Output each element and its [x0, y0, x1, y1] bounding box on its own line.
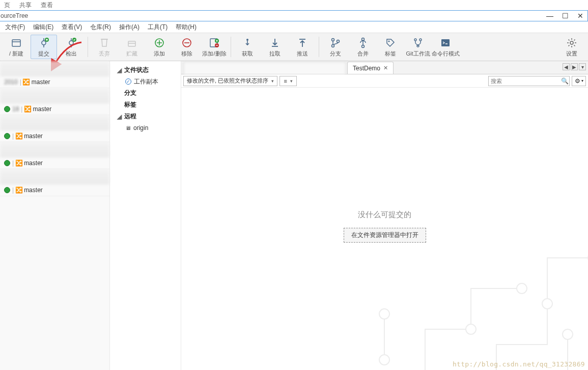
terminal-button[interactable]: 命令行模式 [432, 35, 459, 59]
svg-point-18 [414, 39, 416, 41]
repo-item[interactable]: 2010|🔀master [0, 76, 109, 88]
merge-button[interactable]: 合并 [350, 35, 376, 59]
svg-rect-21 [441, 39, 450, 46]
tree-working-copy[interactable]: ✓工作副本 [110, 76, 181, 87]
empty-message: 没什么可提交的 [344, 210, 426, 220]
new-button[interactable]: / 新建 [3, 35, 30, 59]
tag-button[interactable]: 标签 [377, 35, 404, 59]
tab-menu-icon[interactable]: ▾ [579, 63, 586, 70]
svg-point-15 [362, 38, 365, 40]
filter-dropdown[interactable]: 修改的文件, 已依照文件状态排序 ▾ [183, 76, 277, 86]
add-remove-button[interactable]: 添加/删除 [201, 35, 228, 59]
empty-state: 没什么可提交的 在文件资源管理器中打开 [344, 210, 426, 243]
close-button[interactable]: ✕ [576, 12, 584, 20]
filter-label: 修改的文件, 已依照文件状态排序 [187, 77, 268, 85]
search-box[interactable]: 🔍 [488, 76, 570, 86]
status-dot-icon [4, 160, 10, 166]
commit-icon [38, 37, 50, 49]
settings-button[interactable]: 设置 [558, 35, 585, 59]
branch-button[interactable]: 分支 [322, 35, 349, 59]
tree-origin[interactable]: 🖥origin [110, 122, 181, 134]
remove-button[interactable]: 移除 [174, 35, 200, 59]
menu-file[interactable]: 文件(F) [5, 23, 25, 32]
discard-button[interactable]: 丢弃 [91, 35, 118, 59]
search-icon: 🔍 [561, 77, 569, 85]
svg-point-12 [332, 38, 334, 41]
remove-label: 移除 [181, 50, 192, 58]
pull-button[interactable]: 拉取 [262, 35, 288, 59]
main-panel: TestDemo ✕ ◀ ▶ ▾ 修改的文件, 已依照文件状态排序 ▾ ≡ ▾ … [181, 61, 588, 370]
repo-item[interactable]: |🔀master [0, 130, 109, 142]
push-label: 推送 [297, 50, 308, 58]
svg-point-17 [388, 40, 390, 42]
tab-testdemo[interactable]: TestDemo ✕ [347, 62, 394, 74]
stash-label: 贮藏 [126, 50, 137, 58]
remove-icon [181, 37, 193, 49]
fetch-button[interactable]: 获取 [234, 35, 261, 59]
ribbon-item[interactable]: 页 [4, 1, 10, 10]
tab-blurred[interactable] [183, 62, 346, 74]
menu-repo[interactable]: 仓库(R) [90, 23, 111, 32]
add-button[interactable]: 添加 [146, 35, 173, 59]
menu-view[interactable]: 查看(V) [62, 23, 82, 32]
svg-rect-0 [12, 40, 20, 46]
ribbon-menu: 页 共享 查看 [0, 0, 588, 10]
menu-action[interactable]: 操作(A) [119, 23, 139, 32]
menu-tools[interactable]: 工具(T) [148, 23, 167, 32]
collapse-icon: ◢ [117, 113, 121, 120]
discard-label: 丢弃 [99, 50, 110, 58]
list-icon: ≡ [284, 78, 287, 84]
commit-button[interactable]: 提交 [31, 35, 57, 59]
stash-button[interactable]: 贮藏 [119, 35, 145, 59]
svg-point-23 [379, 355, 389, 365]
tree-tags[interactable]: 标签 [110, 99, 181, 111]
gitflow-button[interactable]: Git工作流 [405, 35, 431, 59]
tab-close-icon[interactable]: ✕ [383, 65, 388, 71]
remote-icon: 🖥 [125, 125, 131, 131]
gear-icon [566, 37, 578, 49]
menu-edit[interactable]: 编辑(E) [33, 23, 53, 32]
tab-label: TestDemo [353, 65, 380, 72]
view-mode-dropdown[interactable]: ≡ ▾ [279, 76, 297, 86]
gitflow-icon [412, 37, 424, 49]
repo-item[interactable]: |🔀master [0, 157, 109, 169]
search-input[interactable] [491, 78, 561, 84]
add-remove-icon [208, 37, 220, 49]
tree-file-status[interactable]: ◢文件状态 [110, 64, 181, 76]
minimize-button[interactable]: — [546, 12, 554, 20]
maximize-button[interactable]: ☐ [561, 12, 569, 20]
toolbar: / 新建 提交 检出 丢弃 贮藏 添加 移除 添加/删除 获取 拉取 [0, 33, 588, 61]
repo-item[interactable]: |🔀master [0, 184, 109, 196]
pull-label: 拉取 [269, 50, 281, 58]
terminal-icon [439, 37, 452, 49]
options-button[interactable]: ⚙▾ [572, 76, 586, 86]
push-button[interactable]: 推送 [289, 35, 316, 59]
ribbon-item[interactable]: 共享 [19, 1, 32, 10]
tab-bar: TestDemo ✕ ◀ ▶ ▾ [181, 61, 588, 74]
tree-remotes[interactable]: ◢远程 [110, 111, 181, 122]
filter-bar: 修改的文件, 已依照文件状态排序 ▾ ≡ ▾ 🔍 ⚙▾ [181, 74, 588, 88]
gear-icon: ⚙ [575, 77, 580, 85]
tab-prev-icon[interactable]: ◀ [563, 63, 570, 70]
chevron-down-icon: ▾ [290, 78, 293, 84]
add-icon [153, 37, 165, 49]
svg-point-19 [419, 39, 422, 41]
branch-small-icon: 🔀 [23, 79, 30, 85]
window-title: ourceTree [1, 12, 28, 19]
pull-icon [269, 37, 281, 49]
svg-point-32 [563, 329, 573, 339]
repo-item[interactable]: 18|🔀master [0, 103, 109, 115]
branch-small-icon: 🔀 [16, 133, 22, 139]
checkout-button[interactable]: 检出 [58, 35, 85, 59]
tab-next-icon[interactable]: ▶ [571, 63, 578, 70]
chevron-down-icon: ▾ [581, 78, 583, 83]
ribbon-item[interactable]: 查看 [41, 1, 53, 10]
checkout-icon [65, 37, 77, 49]
open-explorer-button[interactable]: 在文件资源管理器中打开 [344, 228, 426, 243]
menu-help[interactable]: 帮助(H) [176, 23, 197, 32]
tag-icon [384, 37, 397, 49]
tree-branches[interactable]: 分支 [110, 87, 181, 99]
fetch-icon [241, 37, 254, 49]
decorative-circuit-icon [344, 227, 588, 370]
svg-point-22 [570, 41, 573, 44]
